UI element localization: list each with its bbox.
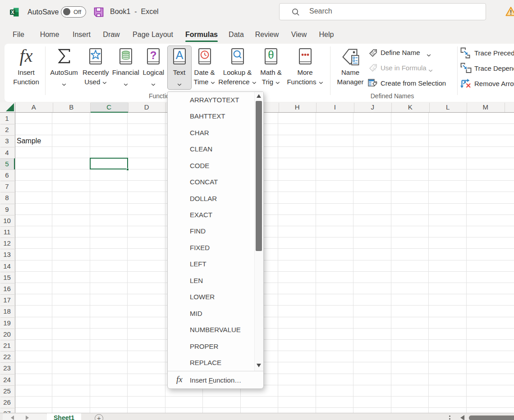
svg-text:fx: fx [372, 66, 376, 71]
svg-text:θ: θ [268, 49, 274, 61]
svg-text:X: X [11, 9, 14, 15]
svg-text:?: ? [150, 49, 157, 61]
svg-text:A: A [175, 49, 183, 61]
